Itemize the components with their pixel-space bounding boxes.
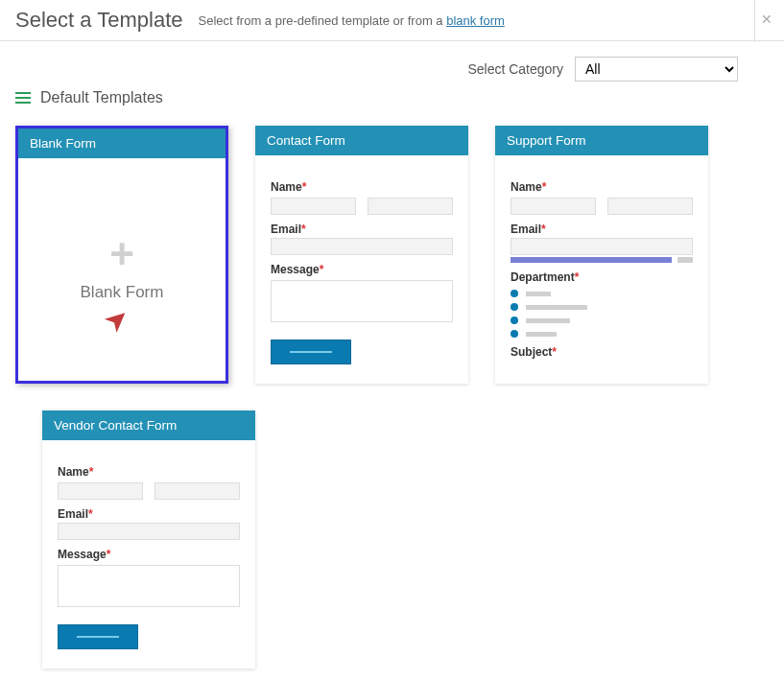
- template-grid: Blank Form + Blank Form ➤ Contact Form N…: [0, 114, 784, 680]
- field-input: [511, 238, 693, 255]
- header-separator: [754, 0, 755, 42]
- field-textarea: [271, 280, 453, 322]
- card-title: Support Form: [495, 126, 708, 155]
- field-input: [58, 523, 240, 540]
- field-label-subject: Subject*: [511, 345, 693, 359]
- section-header: Default Templates: [0, 89, 784, 114]
- field-label-department: Department*: [511, 270, 693, 284]
- plus-icon: +: [109, 233, 134, 275]
- card-title: Blank Form: [18, 129, 226, 158]
- field-label-message: Message*: [271, 263, 453, 276]
- field-label-email: Email*: [511, 223, 693, 236]
- radio-option: [511, 330, 693, 338]
- dialog-subtitle: Select from a pre-defined template or fr…: [198, 13, 504, 28]
- radio-option: [511, 303, 693, 311]
- section-title: Default Templates: [40, 89, 163, 106]
- blank-form-label: Blank Form: [81, 283, 164, 302]
- template-card-support[interactable]: Support Form Name* Email* Department* Su…: [495, 126, 708, 384]
- field-label-email: Email*: [58, 507, 240, 521]
- dialog-header: Select a Template Select from a pre-defi…: [0, 0, 784, 41]
- radio-option: [511, 317, 693, 324]
- field-input: [271, 198, 356, 215]
- blank-form-link[interactable]: blank form: [446, 13, 505, 28]
- field-label-name: Name*: [58, 465, 240, 479]
- hamburger-icon[interactable]: [15, 92, 31, 104]
- card-body: Name* Email* Department* Subject*: [495, 155, 708, 378]
- field-label-name: Name*: [271, 180, 453, 194]
- template-card-contact[interactable]: Contact Form Name* Email* Message*: [255, 126, 468, 384]
- field-input: [271, 238, 453, 255]
- field-input: [607, 198, 693, 215]
- field-textarea: [58, 565, 240, 607]
- field-label-message: Message*: [58, 548, 240, 561]
- category-label: Select Category: [467, 61, 563, 77]
- template-card-blank[interactable]: Blank Form + Blank Form ➤: [15, 126, 228, 384]
- template-card-vendor[interactable]: Vendor Contact Form Name* Email* Message…: [42, 410, 255, 668]
- field-input: [154, 482, 240, 500]
- close-button[interactable]: ✕: [757, 8, 776, 31]
- card-title: Contact Form: [255, 126, 468, 155]
- field-input: [511, 198, 596, 215]
- card-body: + Blank Form ➤: [18, 158, 226, 379]
- field-label-email: Email*: [271, 223, 453, 236]
- category-controls: Select Category All: [0, 41, 784, 89]
- radio-option: [511, 290, 693, 297]
- field-input: [58, 482, 143, 500]
- field-input: [368, 198, 453, 215]
- subtitle-text: Select from a pre-defined template or fr…: [198, 13, 446, 28]
- field-label-name: Name*: [511, 180, 693, 194]
- submit-button-preview: [271, 340, 351, 364]
- submit-button-preview: [58, 624, 138, 649]
- category-select[interactable]: All: [575, 57, 738, 82]
- card-body: Name* Email* Message*: [42, 440, 255, 668]
- progress-preview: [511, 257, 693, 263]
- cursor-arrow-icon: ➤: [97, 298, 137, 340]
- card-title: Vendor Contact Form: [42, 410, 255, 440]
- card-body: Name* Email* Message*: [255, 155, 468, 384]
- dialog-title: Select a Template: [15, 8, 182, 33]
